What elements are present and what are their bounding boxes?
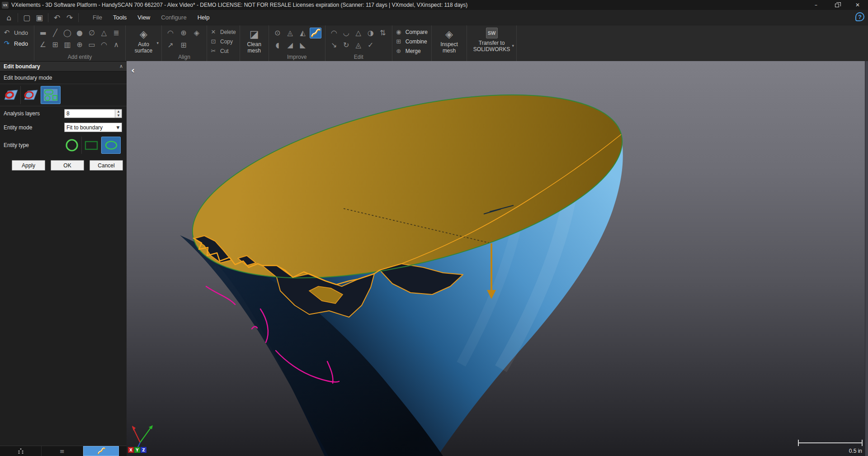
scale-label: 0.5 in (849, 448, 862, 454)
entity-type-rectangle-button[interactable] (82, 137, 101, 154)
entity-type-ellipse-button[interactable] (101, 137, 121, 154)
axis-triad: X Y Z (128, 425, 153, 453)
mode-fit-ellipse-button[interactable] (21, 86, 41, 104)
analysis-layers-value[interactable]: 8 (65, 109, 115, 118)
offset-surface-icon[interactable]: ◡ (340, 28, 352, 38)
new-file-icon[interactable]: ▢ (20, 13, 33, 22)
compare-label: Compare (406, 29, 428, 35)
spinner-up-icon[interactable]: ▲ (115, 109, 122, 114)
mode-fit-circle-button[interactable] (1, 86, 21, 104)
cylinder-entity-icon[interactable]: ▥ (61, 39, 73, 50)
spinner-down-icon[interactable]: ▼ (115, 114, 122, 118)
angle-entity-icon[interactable]: ∠ (37, 39, 49, 50)
undo-icon[interactable]: ↶ (51, 13, 63, 22)
improve-group: ⊙ ◬ ◭ ◖ ◢ ◣ Improve (269, 25, 326, 61)
add-triangles-icon[interactable]: ◭ (297, 28, 309, 38)
align-surface-icon[interactable]: ◈ (191, 28, 203, 38)
edit-group-label: Edit (326, 54, 392, 60)
line-entity-icon[interactable]: ╱ (49, 28, 61, 38)
redo-button[interactable]: ↷ Redo (3, 39, 32, 48)
auto-surface-dropdown-caret[interactable]: ▾ (156, 41, 159, 45)
menu-help[interactable]: Help (192, 11, 215, 24)
arc-entity-icon[interactable]: ◠ (98, 39, 110, 50)
entity-type-buttons (62, 137, 121, 154)
panel-title: Edit boundary (4, 63, 40, 70)
restore-button[interactable] (826, 0, 847, 10)
plane-entity-icon[interactable]: ▬ (37, 28, 49, 38)
merge-button[interactable]: ⊕ Merge (395, 47, 428, 55)
rotate-icon[interactable]: ↻ (340, 40, 352, 51)
menu-file[interactable]: File (87, 11, 108, 24)
ok-button[interactable]: OK (51, 160, 84, 171)
menu-view[interactable]: View (132, 11, 156, 24)
flip-normals-icon[interactable]: ⇅ (377, 28, 389, 38)
tab-list-view[interactable]: ≡ (42, 446, 83, 456)
redo-icon[interactable]: ↷ (63, 13, 76, 22)
inspect-mesh-icon: ◈ (445, 28, 453, 41)
entity-mode-label: Entity mode (4, 124, 64, 131)
add-entity-icons: ▬ ╱ ◯ ● ∅ △ ≣ ∠ ⊞ ▥ ⊕ ▭ ◠ ∧ (37, 28, 123, 51)
inspect-mesh-button[interactable]: ◈ Inspect mesh (432, 25, 467, 61)
green-ellipse-icon (104, 138, 119, 152)
layers-entity-icon[interactable]: ≣ (110, 28, 122, 38)
entity-mode-select[interactable]: Fit to boundary ▼ (64, 123, 122, 132)
align-axes-icon[interactable]: ⊕ (178, 28, 189, 38)
green-rectangle-icon (84, 138, 99, 152)
mirror-icon[interactable]: ◑ (365, 28, 377, 38)
validate-icon[interactable]: ✓ (365, 40, 377, 51)
sharpen-icon[interactable]: ◣ (297, 40, 309, 51)
grid-entity-icon[interactable]: ⊞ (49, 39, 61, 50)
simplify-icon[interactable]: ◬ (353, 40, 364, 51)
viewport-panel-collapse-chevron[interactable]: ‹ (131, 65, 135, 76)
help-chat-icon[interactable]: ? (855, 12, 864, 21)
copy-button[interactable]: ⊡ Copy (210, 37, 236, 46)
clean-mesh-button[interactable]: ◪ Clean mesh (240, 25, 269, 61)
panel-collapse-icon[interactable]: ∧ (119, 63, 123, 69)
remove-spikes-icon[interactable]: △ (353, 28, 364, 38)
fill-holes-icon[interactable]: ⊙ (272, 28, 283, 38)
close-button[interactable]: ✕ (847, 0, 868, 10)
tab-tree-view[interactable] (0, 446, 42, 456)
cancel-button[interactable]: Cancel (90, 160, 123, 171)
rectangle-entity-icon[interactable]: ▭ (86, 39, 98, 50)
right-edge-panel-handle[interactable] (865, 61, 868, 456)
tab-edit-boundary[interactable] (83, 446, 119, 456)
transfer-solidworks-button[interactable]: SW Transfer to SOLIDWORKS ▾ (467, 25, 517, 61)
circle-entity-icon[interactable]: ◯ (61, 28, 73, 38)
auto-surface-button[interactable]: ◈ Auto surface ▾ (126, 25, 162, 61)
entity-type-circle-button[interactable] (62, 137, 82, 154)
transfer-dropdown-caret[interactable]: ▾ (512, 43, 514, 48)
combine-button[interactable]: ⊞ Combine (395, 37, 428, 46)
menu-tools[interactable]: Tools (108, 11, 132, 24)
panel-bottom-tabs: ≡ (0, 446, 127, 456)
decimate-triangles-icon[interactable]: ◬ (284, 28, 296, 38)
align-move-icon[interactable]: ↗ (165, 40, 176, 51)
ellipse-entity-icon[interactable]: ∅ (86, 28, 98, 38)
align-best-fit-icon[interactable]: ◠ (165, 28, 176, 38)
smooth-boundary-icon[interactable]: ◢ (284, 40, 296, 51)
delete-button[interactable]: ✕ Delete (210, 28, 236, 36)
analysis-layers-spinner[interactable]: 8 ▲ ▼ (64, 109, 122, 118)
edit-boundary-mode-label: Edit boundary mode (0, 71, 127, 84)
cone-entity-icon[interactable]: △ (98, 28, 110, 38)
chevron-down-icon: ▼ (114, 125, 122, 130)
defeature-icon[interactable]: ◖ (272, 40, 283, 51)
minimize-button[interactable]: – (806, 0, 826, 10)
align-grid-icon[interactable]: ⊞ (178, 40, 189, 51)
menu-configure[interactable]: Configure (156, 11, 192, 24)
undo-button[interactable]: ↶ Undo (3, 28, 32, 37)
sphere-entity-icon[interactable]: ⊕ (74, 39, 85, 50)
point-entity-icon[interactable]: ● (74, 28, 85, 38)
apply-button[interactable]: Apply (12, 160, 45, 171)
edit-boundary-tool-icon[interactable] (310, 28, 321, 38)
home-icon[interactable]: ⌂ (3, 13, 15, 22)
vector-entity-icon[interactable]: ∧ (110, 39, 122, 50)
scale-icon[interactable]: ↘ (328, 40, 340, 51)
compare-button[interactable]: ◉ Compare (395, 28, 428, 36)
viewport-3d[interactable]: X Y Z ‹ 0.5 in (127, 61, 868, 456)
mode-entity-shapes-button[interactable] (41, 86, 61, 104)
save-icon[interactable]: ▣ (33, 13, 46, 22)
cut-button[interactable]: ✂ Cut (210, 47, 236, 55)
merge-icon: ⊕ (395, 48, 402, 54)
extend-surface-icon[interactable]: ◠ (328, 28, 340, 38)
